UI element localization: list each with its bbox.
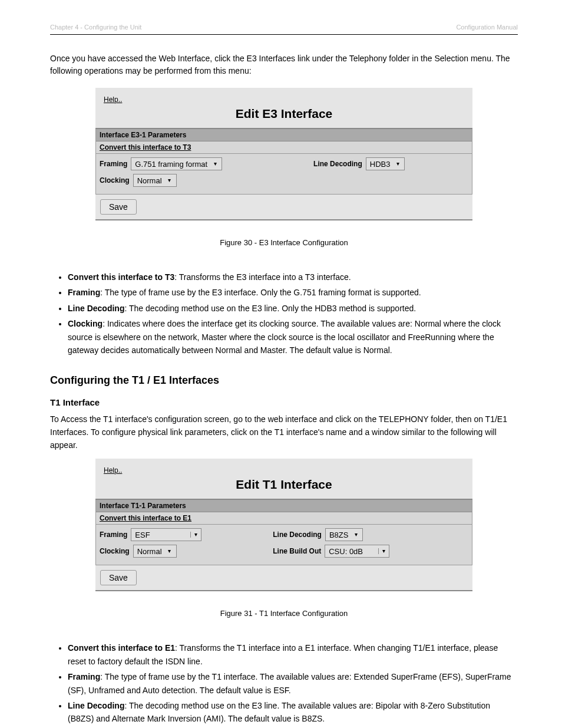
t1-title: Edit T1 Interface: [104, 477, 464, 492]
list-item: Clocking: Indicates where does the inter…: [68, 317, 518, 357]
clocking-select[interactable]: Normal ▾: [133, 545, 177, 558]
intro-paragraph: Once you have accessed the Web Interface…: [50, 52, 518, 77]
clocking-label: Clocking: [100, 176, 130, 185]
chevron-down-icon: ▾: [394, 161, 402, 167]
list-item: Line Decoding: The decoding method use o…: [68, 699, 518, 726]
t1-convert-link[interactable]: Convert this interface to E1: [96, 512, 472, 525]
t1-section-head: Interface T1-1 Parameters: [96, 500, 472, 512]
list-item: Convert this interface to T3: Transforms…: [68, 271, 518, 284]
chevron-down-icon: ▾: [166, 177, 174, 183]
list-item: Framing: The type of frame use by the E3…: [68, 286, 518, 299]
chevron-down-icon: ▾: [166, 548, 174, 554]
e3-bullets: Convert this interface to T3: Transforms…: [50, 271, 518, 357]
figure-30-caption: Figure 30 - E3 Interface Configuration: [50, 238, 518, 247]
t1-heading: T1 Interface: [50, 397, 518, 407]
help-link[interactable]: Help..: [104, 466, 122, 475]
framing-label: Framing: [100, 160, 127, 168]
chevron-down-icon: ▾: [378, 548, 386, 554]
e3-window: Help.. Edit E3 Interface Interface E3-1 …: [95, 88, 472, 220]
t-e1-heading: Configuring the T1 / E1 Interfaces: [50, 374, 518, 387]
framing-label: Framing: [100, 531, 127, 539]
e3-convert-link[interactable]: Convert this interface to T3: [96, 141, 472, 154]
header-right: Configuration Manual: [456, 24, 518, 31]
line-decoding-select[interactable]: HDB3 ▾: [366, 157, 405, 170]
page-header: Chapter 4 - Configuring the Unit Configu…: [50, 24, 518, 31]
chevron-down-icon: ▾: [211, 161, 219, 167]
t1-paragraph: To Access the T1 interface's configurati…: [50, 413, 518, 452]
save-button[interactable]: Save: [100, 570, 137, 585]
e3-title: Edit E3 Interface: [104, 107, 464, 121]
header-left: Chapter 4 - Configuring the Unit: [50, 24, 141, 31]
lbo-select[interactable]: CSU: 0dB ▾: [325, 545, 389, 558]
help-link[interactable]: Help..: [104, 95, 122, 104]
e3-section-head: Interface E3-1 Parameters: [96, 129, 472, 141]
figure-31-caption: Figure 31 - T1 Interface Configuration: [50, 609, 518, 618]
clocking-select[interactable]: Normal ▾: [133, 174, 177, 187]
line-decoding-label: Line Decoding: [273, 531, 322, 539]
chevron-down-icon: ▾: [352, 532, 360, 538]
t1-bullets: Convert this interface to E1: Transforms…: [50, 641, 518, 728]
list-item: Convert this interface to E1: Transforms…: [68, 641, 518, 668]
clocking-label: Clocking: [100, 547, 130, 555]
line-decoding-label: Line Decoding: [313, 160, 362, 168]
t1-window: Help.. Edit T1 Interface Interface T1-1 …: [95, 459, 472, 591]
lbo-label: Line Build Out: [273, 547, 321, 555]
list-item: Line Decoding: The decoding method use o…: [68, 302, 518, 315]
framing-select[interactable]: G.751 framing format ▾: [131, 157, 222, 170]
framing-select[interactable]: ESF ▾: [131, 528, 201, 541]
save-button[interactable]: Save: [100, 199, 137, 215]
header-rule: [50, 34, 518, 35]
line-decoding-select[interactable]: B8ZS ▾: [325, 528, 363, 541]
chevron-down-icon: ▾: [190, 532, 199, 538]
list-item: Framing: The type of frame use by the T1…: [68, 670, 518, 697]
